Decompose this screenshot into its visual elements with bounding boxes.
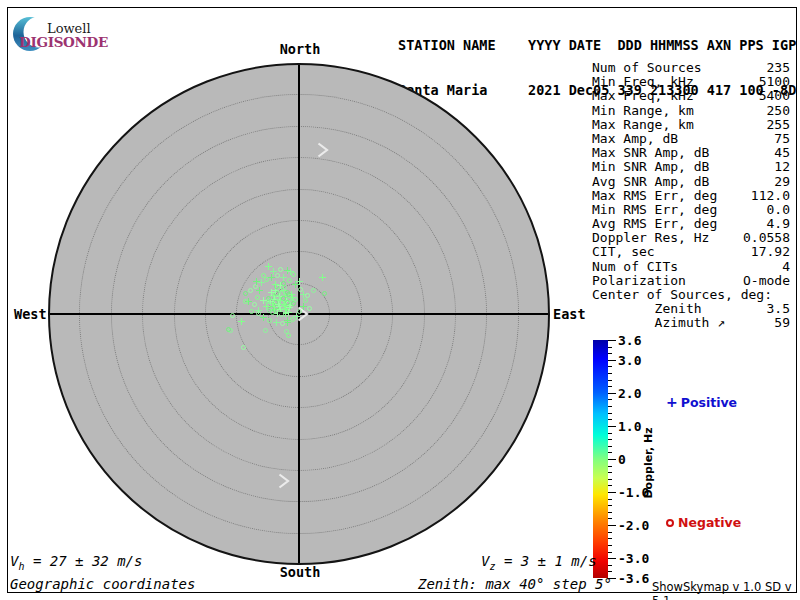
parameter-value: 3.5 bbox=[767, 301, 790, 315]
chevron-right-icon bbox=[317, 142, 329, 162]
compass-label-south: South bbox=[280, 564, 321, 580]
parameter-row: Min SNR Amp, dB12 bbox=[592, 159, 790, 173]
parameter-row: Num of CITs4 bbox=[592, 259, 790, 273]
parameter-value: 12 bbox=[774, 159, 790, 173]
colorbar-tick-label: 1.0 bbox=[618, 418, 641, 433]
legend-negative: Negative bbox=[666, 515, 741, 530]
source-point-positive bbox=[280, 274, 287, 281]
parameter-value: 4.9 bbox=[767, 216, 790, 230]
parameter-row: Num of Sources235 bbox=[592, 60, 790, 74]
parameter-label: Max RMS Err, deg bbox=[592, 188, 717, 202]
colorbar-major-tick bbox=[608, 492, 616, 493]
parameter-value: 0.0558 bbox=[743, 230, 790, 244]
parameter-row: PolarizationO-mode bbox=[592, 273, 790, 287]
parameter-row: Avg RMS Err, deg4.9 bbox=[592, 216, 790, 230]
vh-value: = 27 ± 32 m/s bbox=[24, 553, 142, 569]
source-point-negative bbox=[305, 293, 310, 298]
parameter-label: Avg SNR Amp, dB bbox=[592, 174, 709, 188]
parameter-value: 17.92 bbox=[751, 244, 790, 258]
source-point-negative bbox=[261, 273, 266, 278]
parameter-value: 75 bbox=[774, 131, 790, 145]
coordinate-system-label: Geographic coordinates bbox=[10, 576, 195, 592]
parameter-row: Avg SNR Amp, dB29 bbox=[592, 174, 790, 188]
parameter-row: Max Range, km255 bbox=[592, 117, 790, 131]
parameter-label: Azimuth ↗ bbox=[592, 315, 725, 329]
parameter-value: 235 bbox=[767, 60, 790, 74]
parameter-value: O-mode bbox=[743, 273, 790, 287]
source-point-positive bbox=[268, 289, 275, 296]
legend-negative-label: Negative bbox=[678, 515, 741, 530]
source-point-negative bbox=[243, 299, 248, 304]
colorbar-tick-label: 3.6 bbox=[618, 333, 641, 348]
compass-label-west: West bbox=[14, 306, 47, 322]
parameter-row: Min Range, km250 bbox=[592, 103, 790, 117]
compass-label-north: North bbox=[280, 41, 321, 57]
parameter-row: Center of Sources, deg: bbox=[592, 287, 790, 301]
parameter-label: Max Freq, kHz bbox=[592, 88, 694, 102]
parameter-value: 4 bbox=[782, 259, 790, 273]
source-point-negative bbox=[311, 288, 316, 293]
source-point-negative bbox=[281, 281, 286, 286]
parameter-label: Avg RMS Err, deg bbox=[592, 216, 717, 230]
logo-text-digisonde: DIGISONDE bbox=[19, 34, 108, 50]
parameter-value: 255 bbox=[767, 117, 790, 131]
parameter-row: CIT, sec17.92 bbox=[592, 244, 790, 258]
parameter-value: 59 bbox=[774, 315, 790, 329]
parameter-value: 45 bbox=[774, 145, 790, 159]
parameter-label: Max Range, km bbox=[592, 117, 694, 131]
circle-marker-icon bbox=[666, 519, 674, 527]
colorbar-major-tick bbox=[608, 459, 616, 460]
parameter-value: 0.0 bbox=[767, 202, 790, 216]
parameter-label: Zenith bbox=[592, 301, 702, 315]
header-columns-row: STATION NAME YYYY DATE DDD HHMMSS AXN PP… bbox=[398, 38, 796, 53]
vertical-velocity-readout: Vz = 3 ± 1 m/s bbox=[481, 553, 597, 572]
colorbar-major-tick bbox=[608, 360, 616, 361]
parameter-row: Max RMS Err, deg112.0 bbox=[592, 188, 790, 202]
source-point-negative bbox=[255, 295, 260, 300]
zenith-range-note: Zenith: max 40° step 5° bbox=[418, 576, 612, 592]
source-point-negative bbox=[226, 327, 231, 332]
parameter-row: Max SNR Amp, dB45 bbox=[592, 145, 790, 159]
parameter-value: 5100 bbox=[759, 74, 790, 88]
source-point-negative bbox=[230, 313, 235, 318]
source-point-negative bbox=[263, 328, 268, 333]
parameter-label: Min RMS Err, deg bbox=[592, 202, 717, 216]
legend-positive: +Positive bbox=[666, 394, 737, 410]
source-point-negative bbox=[267, 308, 272, 313]
source-point-negative bbox=[248, 288, 253, 293]
source-point-negative bbox=[243, 291, 248, 296]
source-point-positive bbox=[284, 317, 291, 324]
plus-marker-icon: + bbox=[666, 394, 678, 410]
skymap-window: Lowell DIGISONDE STATION NAME YYYY DATE … bbox=[0, 0, 800, 600]
source-point-positive bbox=[253, 278, 260, 285]
source-point-negative bbox=[249, 309, 254, 314]
parameter-row: Min RMS Err, deg0.0 bbox=[592, 202, 790, 216]
center-of-sources-marker bbox=[278, 312, 283, 314]
source-point-negative bbox=[307, 306, 312, 311]
source-point-positive bbox=[260, 297, 267, 304]
source-point-positive bbox=[238, 318, 245, 325]
parameter-row: Zenith3.5 bbox=[592, 301, 790, 315]
colorbar-major-tick bbox=[608, 393, 616, 394]
parameter-value: 250 bbox=[767, 103, 790, 117]
parameter-label: Min Range, km bbox=[592, 103, 694, 117]
source-point-positive bbox=[268, 274, 275, 281]
colorbar-major-tick bbox=[608, 340, 616, 341]
source-point-negative bbox=[256, 311, 261, 316]
parameter-row: Max Amp, dB75 bbox=[592, 131, 790, 145]
source-point-positive bbox=[273, 319, 280, 326]
parameter-value: 112.0 bbox=[751, 188, 790, 202]
source-point-positive bbox=[272, 281, 279, 288]
source-point-positive bbox=[287, 268, 294, 275]
parameter-label: Center of Sources, deg: bbox=[592, 287, 772, 301]
colorbar-tick-label: 0 bbox=[618, 452, 626, 467]
source-point-positive bbox=[285, 309, 292, 316]
source-point-positive bbox=[319, 274, 326, 281]
parameter-label: Max SNR Amp, dB bbox=[592, 145, 709, 159]
parameter-label: Min Freq, kHz bbox=[592, 74, 694, 88]
colorbar-tick-label: -3.0 bbox=[618, 551, 649, 566]
source-point-negative bbox=[286, 333, 291, 338]
colorbar-tick-label: -2.0 bbox=[618, 518, 649, 533]
parameter-value: 29 bbox=[774, 174, 790, 188]
software-version-label: ShowSkymap v 1.0 SD v 5.1 bbox=[652, 580, 800, 600]
